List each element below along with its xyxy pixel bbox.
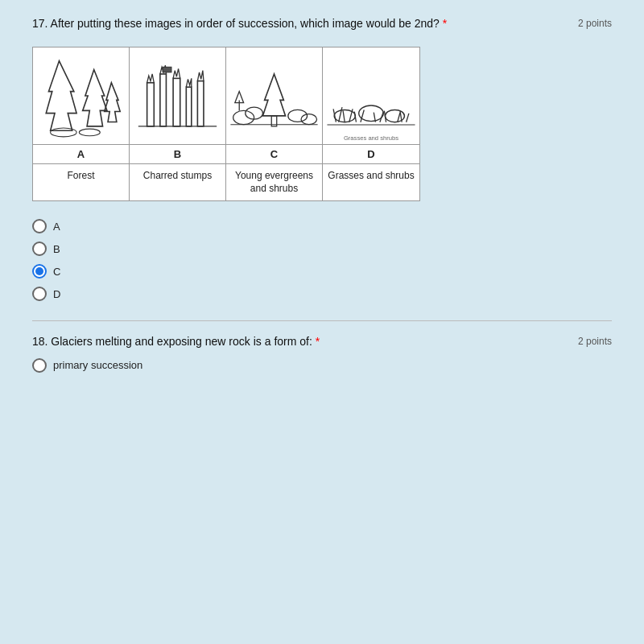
desc-b: Charred stumps: [130, 164, 226, 201]
forest-illustration: [33, 47, 129, 144]
question-17-options: A B C D: [32, 219, 612, 301]
svg-marker-14: [262, 74, 285, 116]
radio-a[interactable]: [32, 219, 47, 233]
question-17-points: 2 points: [578, 18, 612, 29]
svg-point-12: [233, 110, 254, 124]
svg-rect-6: [160, 74, 167, 126]
svg-rect-7: [173, 78, 180, 126]
svg-rect-8: [186, 87, 191, 126]
option-d[interactable]: D: [32, 287, 612, 301]
question-17-number: 17.: [32, 17, 47, 30]
svg-point-16: [288, 109, 308, 122]
svg-line-22: [339, 107, 342, 122]
svg-point-17: [301, 114, 316, 124]
image-cell-b: [130, 47, 226, 144]
question-18-options: primary succession: [32, 358, 612, 373]
question-17-body: After putting these images in order of s…: [51, 17, 440, 30]
letter-row: A B C D: [33, 145, 419, 164]
svg-rect-5: [147, 82, 155, 126]
option-a[interactable]: A: [32, 219, 612, 233]
question-18-header: 18. Glaciers melting and exposing new ro…: [32, 334, 612, 350]
question-17-header: 17. After putting these images in order …: [32, 16, 612, 32]
svg-marker-2: [105, 82, 120, 122]
desc-a: Forest: [33, 164, 130, 201]
radio-primary-succession[interactable]: [32, 358, 47, 373]
question-18: 18. Glaciers melting and exposing new ro…: [32, 334, 612, 373]
svg-point-34: [359, 105, 384, 122]
section-divider: [32, 320, 612, 321]
option-d-label: D: [53, 288, 60, 300]
desc-c: Young evergreens and shrubs: [226, 164, 323, 201]
question-18-required: *: [316, 335, 320, 348]
svg-line-26: [361, 109, 364, 122]
option-primary-succession-label: primary succession: [53, 359, 142, 371]
image-row: Grasses and shrubs: [33, 47, 419, 145]
young-evergreens-illustration: [226, 47, 322, 144]
image-cell-c: [226, 47, 323, 144]
svg-point-4: [79, 129, 100, 136]
question-17: 17. After putting these images in order …: [32, 16, 612, 301]
radio-b[interactable]: [32, 242, 47, 256]
svg-line-23: [343, 110, 345, 122]
option-b[interactable]: B: [32, 242, 612, 256]
letter-a: A: [33, 145, 130, 163]
option-b-label: B: [53, 243, 60, 255]
svg-rect-9: [197, 80, 204, 126]
svg-line-32: [407, 113, 409, 122]
svg-line-30: [398, 112, 400, 122]
letter-d: D: [323, 145, 419, 163]
letter-b: B: [130, 145, 226, 163]
svg-rect-11: [163, 67, 171, 72]
option-a-label: A: [53, 221, 60, 233]
option-c[interactable]: C: [32, 264, 612, 279]
svg-point-35: [385, 109, 404, 122]
svg-text:Grasses and shrubs: Grasses and shrubs: [344, 134, 398, 141]
radio-c[interactable]: [32, 264, 47, 279]
image-cell-a: [33, 47, 130, 144]
svg-marker-1: [83, 69, 107, 126]
letter-c: C: [226, 145, 323, 163]
svg-point-3: [51, 128, 76, 137]
question-17-text: 17. After putting these images in order …: [32, 16, 447, 32]
desc-d: Grasses and shrubs: [323, 164, 419, 201]
svg-marker-0: [46, 60, 76, 130]
grasses-shrubs-illustration: Grasses and shrubs: [323, 47, 419, 144]
question-18-number: 18.: [32, 335, 47, 348]
desc-row: Forest Charred stumps Young evergreens a…: [33, 164, 419, 201]
question-18-body: Glaciers melting and exposing new rock i…: [51, 335, 312, 348]
radio-d[interactable]: [32, 287, 47, 301]
question-18-text: 18. Glaciers melting and exposing new ro…: [32, 334, 320, 350]
question-17-required: *: [443, 17, 447, 30]
option-primary-succession[interactable]: primary succession: [32, 358, 612, 373]
question-18-points: 2 points: [578, 336, 612, 347]
image-cell-d: Grasses and shrubs: [323, 47, 419, 144]
image-table: Grasses and shrubs A B C D Forest Charre…: [32, 47, 420, 202]
option-c-label: C: [53, 266, 60, 278]
charred-stumps-illustration: [130, 47, 225, 144]
